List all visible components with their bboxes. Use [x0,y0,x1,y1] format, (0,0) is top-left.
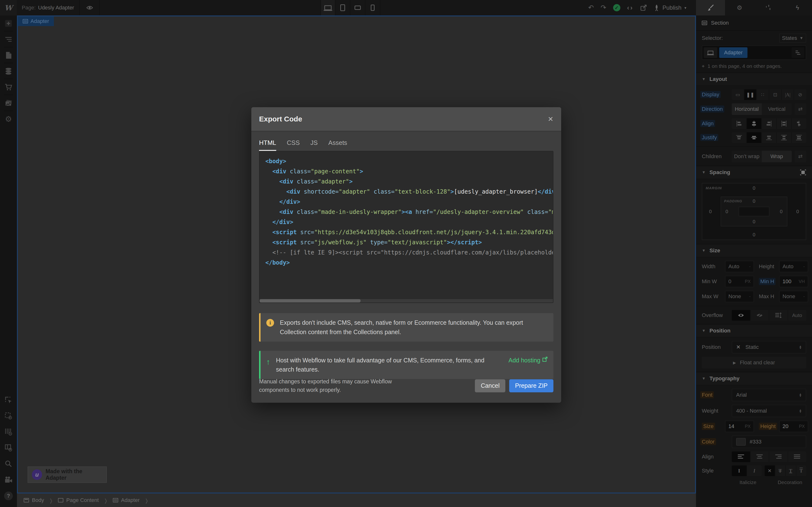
hosting-text: Host with Webflow to take full advantage… [276,356,496,375]
code-editor[interactable]: <body> <div class="page-content"> <div c… [259,151,553,303]
horizontal-scrollbar[interactable] [260,299,553,302]
export-tabs: HTML CSS JS Assets [251,131,561,151]
modal-footer: Manual changes to exported files may cau… [259,377,553,394]
hosting-banner: ↑ Host with Webflow to take full advanta… [259,351,553,379]
tab-html[interactable]: HTML [259,139,276,151]
tab-js[interactable]: JS [310,139,317,151]
up-arrow-icon: ↑ [266,356,270,375]
tab-assets[interactable]: Assets [328,139,347,151]
footer-note: Manual changes to exported files may cau… [259,377,394,394]
prepare-zip-button[interactable]: Prepare ZIP [509,379,553,392]
add-hosting-link[interactable]: Add hosting [508,356,548,375]
tab-css[interactable]: CSS [287,139,300,151]
code-content: <body> <div class="page-content"> <div c… [260,151,553,273]
cancel-button[interactable]: Cancel [475,379,505,392]
export-code-modal: Export Code ✕ HTML CSS JS Assets <body> … [251,107,561,403]
export-info-banner: i Exports don't include CMS, search, nat… [259,313,553,342]
external-link-icon [542,356,548,362]
info-text: Exports don't include CMS, search, nativ… [280,318,548,337]
close-icon[interactable]: ✕ [548,115,553,123]
info-icon: i [266,319,274,327]
scrollbar-thumb[interactable] [260,299,361,302]
modal-title: Export Code [259,115,302,123]
modal-header: Export Code ✕ [251,107,561,131]
